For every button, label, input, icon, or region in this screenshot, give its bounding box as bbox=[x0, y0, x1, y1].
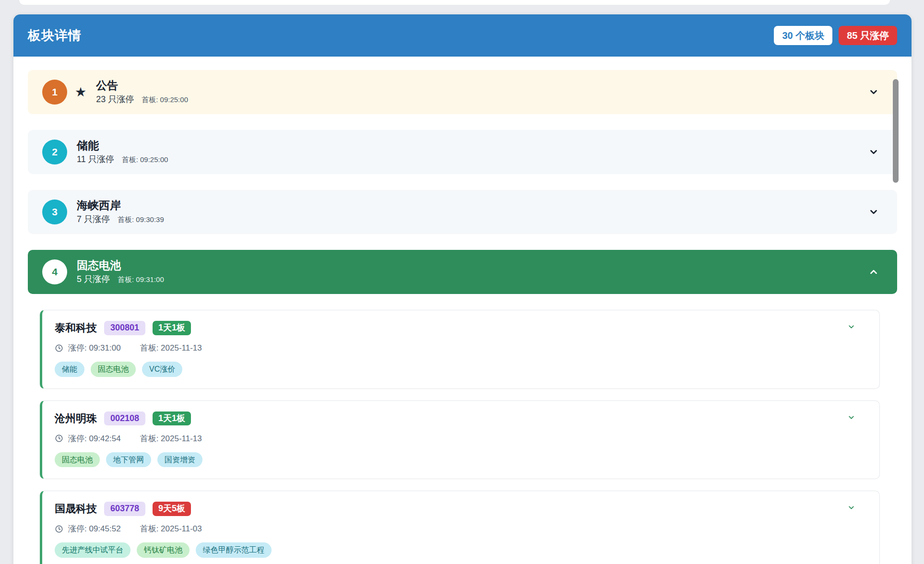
chevron-down-icon[interactable] bbox=[868, 87, 879, 97]
concept-tag[interactable]: 国资增资 bbox=[157, 452, 202, 468]
chevron-down-icon[interactable] bbox=[847, 413, 855, 422]
concept-tag[interactable]: 储能 bbox=[55, 362, 84, 377]
stock-name: 国晟科技 bbox=[55, 502, 97, 516]
sector-limit-up-count: 11 只涨停 bbox=[77, 153, 114, 165]
page-title: 板块详情 bbox=[28, 27, 82, 44]
sector-row-固态电池[interactable]: 4 ★ 固态电池 5 只涨停 首板: 09:31:00 bbox=[28, 250, 897, 294]
sector-limit-up-count: 23 只涨停 bbox=[96, 94, 134, 105]
sector-count-badge: 30 个板块 bbox=[774, 26, 832, 45]
first-board-date: 首板: 2025-11-03 bbox=[140, 523, 202, 534]
stock-card-header: 泰和科技 300801 1天1板 bbox=[55, 321, 867, 335]
concept-tag[interactable]: VC涨价 bbox=[142, 362, 182, 377]
stock-tags: 储能固态电池VC涨价 bbox=[55, 362, 867, 377]
sector-limit-up-count: 5 只涨停 bbox=[77, 273, 110, 285]
sector-info: 储能 11 只涨停 首板: 09:25:00 bbox=[77, 139, 168, 165]
sector-rank-badge: 4 bbox=[42, 259, 67, 284]
stock-card-002108[interactable]: 沧州明珠 002108 1天1板 涨停: 09:42:54 首板: 2025-1… bbox=[40, 400, 880, 480]
clock-icon bbox=[55, 344, 63, 352]
stock-name: 泰和科技 bbox=[55, 321, 97, 335]
limit-up-time: 涨停: 09:31:00 bbox=[68, 342, 121, 353]
sector-subtitle: 5 只涨停 首板: 09:31:00 bbox=[77, 273, 164, 285]
sector-row-公告[interactable]: 1 ★ 公告 23 只涨停 首板: 09:25:00 bbox=[28, 70, 897, 114]
sector-first-board-time: 首板: 09:25:00 bbox=[142, 95, 188, 105]
sector-info: 公告 23 只涨停 首板: 09:25:00 bbox=[96, 79, 188, 105]
clock-icon bbox=[55, 525, 63, 533]
chevron-down-icon[interactable] bbox=[847, 504, 855, 512]
sector-row-海峡西岸[interactable]: 3 ★ 海峡西岸 7 只涨停 首板: 09:30:39 bbox=[28, 190, 897, 234]
stock-meta: 涨停: 09:45:52 首板: 2025-11-03 bbox=[55, 523, 867, 534]
stock-meta: 涨停: 09:42:54 首板: 2025-11-13 bbox=[55, 433, 867, 444]
stock-tags: 固态电池地下管网国资增资 bbox=[55, 452, 867, 468]
sector-first-board-time: 首板: 09:25:00 bbox=[122, 155, 168, 164]
sector-detail-panel: 板块详情 30 个板块 85 只涨停 1 ★ 公告 23 只涨停 首板: 09:… bbox=[13, 14, 912, 564]
star-icon: ★ bbox=[75, 86, 86, 99]
stock-card-603778[interactable]: 国晟科技 603778 9天5板 涨停: 09:45:52 首板: 2025-1… bbox=[40, 491, 880, 564]
sector-info: 固态电池 5 只涨停 首板: 09:31:00 bbox=[77, 259, 164, 285]
previous-card-edge bbox=[19, 0, 890, 5]
sector-rank-badge: 2 bbox=[42, 140, 67, 164]
chevron-down-icon[interactable] bbox=[847, 323, 855, 331]
stock-card-header: 国晟科技 603778 9天5板 bbox=[55, 502, 867, 516]
chevron-up-icon[interactable] bbox=[868, 267, 879, 277]
stock-code-badge: 002108 bbox=[104, 411, 145, 426]
board-streak-badge: 1天1板 bbox=[153, 411, 191, 426]
concept-tag[interactable]: 地下管网 bbox=[106, 452, 151, 468]
header-badges: 30 个板块 85 只涨停 bbox=[774, 26, 897, 45]
sector-first-board-time: 首板: 09:30:39 bbox=[118, 215, 164, 224]
stock-card-300801[interactable]: 泰和科技 300801 1天1板 涨停: 09:31:00 首板: 2025-1… bbox=[40, 310, 880, 389]
stock-meta: 涨停: 09:31:00 首板: 2025-11-13 bbox=[55, 342, 867, 353]
board-streak-badge: 9天5板 bbox=[153, 502, 191, 516]
first-board-date: 首板: 2025-11-13 bbox=[140, 433, 202, 444]
sector-subtitle: 7 只涨停 首板: 09:30:39 bbox=[77, 213, 164, 225]
sector-name: 海峡西岸 bbox=[77, 199, 164, 212]
stock-code-badge: 300801 bbox=[104, 321, 145, 335]
sector-subtitle: 23 只涨停 首板: 09:25:00 bbox=[96, 94, 188, 105]
clock-icon bbox=[55, 434, 63, 443]
limit-up-count-badge: 85 只涨停 bbox=[839, 26, 897, 45]
stock-name: 沧州明珠 bbox=[55, 411, 97, 426]
chevron-down-icon[interactable] bbox=[868, 207, 879, 217]
first-board-date: 首板: 2025-11-13 bbox=[140, 342, 202, 353]
scrollbar[interactable] bbox=[893, 76, 899, 564]
concept-tag[interactable]: 先进产线中试平台 bbox=[55, 542, 130, 558]
board-streak-badge: 1天1板 bbox=[153, 321, 191, 335]
sector-info: 海峡西岸 7 只涨停 首板: 09:30:39 bbox=[77, 199, 164, 225]
stock-tags: 先进产线中试平台钙钛矿电池绿色甲醇示范工程 bbox=[55, 542, 867, 558]
scrollbar-thumb[interactable] bbox=[893, 79, 899, 183]
sector-name: 储能 bbox=[77, 139, 168, 152]
concept-tag[interactable]: 固态电池 bbox=[55, 452, 100, 468]
sector-list: 1 ★ 公告 23 只涨停 首板: 09:25:00 2 ★ 储能 11 只涨停… bbox=[13, 57, 912, 564]
sector-subtitle: 11 只涨停 首板: 09:25:00 bbox=[77, 153, 168, 165]
expanded-stock-list: 泰和科技 300801 1天1板 涨停: 09:31:00 首板: 2025-1… bbox=[28, 310, 897, 564]
panel-header: 板块详情 30 个板块 85 只涨停 bbox=[13, 14, 912, 57]
sector-limit-up-count: 7 只涨停 bbox=[77, 213, 110, 225]
concept-tag[interactable]: 钙钛矿电池 bbox=[137, 542, 190, 558]
stock-code-badge: 603778 bbox=[104, 502, 145, 516]
stock-card-header: 沧州明珠 002108 1天1板 bbox=[55, 411, 867, 426]
concept-tag[interactable]: 固态电池 bbox=[91, 362, 136, 377]
limit-up-time: 涨停: 09:45:52 bbox=[68, 523, 121, 534]
sector-rank-badge: 3 bbox=[42, 200, 67, 224]
limit-up-time: 涨停: 09:42:54 bbox=[68, 433, 121, 444]
chevron-down-icon[interactable] bbox=[868, 147, 879, 157]
sector-name: 固态电池 bbox=[77, 259, 164, 271]
sector-row-储能[interactable]: 2 ★ 储能 11 只涨停 首板: 09:25:00 bbox=[28, 130, 897, 174]
concept-tag[interactable]: 绿色甲醇示范工程 bbox=[196, 542, 272, 558]
sector-rank-badge: 1 bbox=[42, 80, 67, 105]
sector-first-board-time: 首板: 09:31:00 bbox=[118, 275, 164, 284]
sector-name: 公告 bbox=[96, 79, 188, 92]
